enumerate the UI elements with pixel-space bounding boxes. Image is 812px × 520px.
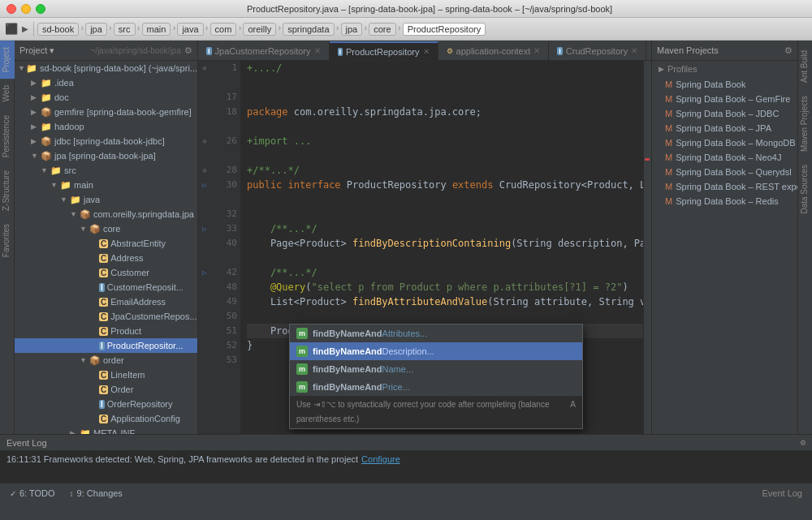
tree-item-address[interactable]: C Address [15, 251, 197, 265]
breadcrumb-arrow4: › [171, 24, 176, 33]
tab-close-crud[interactable]: ✕ [631, 46, 637, 55]
tree-item-sdbook[interactable]: ▼ 📁 sd-book [spring-data-book] (~java/sp… [15, 61, 197, 75]
tab-product-repo[interactable]: I ProductRepository ✕ [330, 41, 438, 60]
autocomplete-item-attrs[interactable]: m findByNameAndAttributes... [290, 324, 582, 342]
tab-label-appctx: application-context [456, 46, 531, 56]
tree-label: JpaCustomerRepos... [110, 312, 197, 321]
maven-profiles[interactable]: ▶ Profiles [652, 61, 797, 77]
toolbar-back-btn[interactable]: ⬛ [3, 23, 19, 35]
maven-settings-btn[interactable]: ⚙ [784, 45, 793, 56]
tree-label: com.oreilly.springdata.jpa [93, 209, 194, 219]
vtab-persistence[interactable]: Persistence [0, 109, 15, 164]
tree-item-emailaddress[interactable]: C EmailAddress [15, 294, 197, 309]
autocomplete-item-desc[interactable]: m findByNameAndDescription... [290, 342, 582, 360]
changes-label: 9: Changes [77, 488, 123, 498]
maven-item-neo4j[interactable]: M Spring Data Book – Neo4J [652, 150, 797, 165]
event-log-bottom-btn[interactable]: Event Log [755, 488, 809, 498]
tree-item-product[interactable]: C Product [15, 324, 197, 338]
tree-item-abstractentity[interactable]: C AbstractEntity [15, 236, 197, 251]
maven-label-mongodb: Spring Data Book – MongoDB [676, 138, 795, 148]
code-lines[interactable]: +..../ package com.oreilly.springdata.jp… [240, 61, 643, 434]
breadcrumb-src[interactable]: src [114, 23, 136, 36]
breadcrumb-main[interactable]: main [142, 23, 171, 36]
tree-item-jpacustomerrepo[interactable]: C JpaCustomerRepos... [15, 309, 197, 324]
vtab-maven[interactable]: Maven Projects [798, 89, 813, 158]
breadcrumb-springdata[interactable]: springdata [283, 23, 334, 36]
tab-jpa-customer-repo[interactable]: I JpaCustomerRepository ✕ [198, 41, 330, 60]
tree-item-doc[interactable]: ▶ 📁 doc [15, 90, 197, 105]
tree-item-order-package[interactable]: ▼ 📦 order [15, 353, 197, 367]
todo-icon: ✓ [10, 489, 16, 498]
fold-marker-1[interactable]: ⊕ [198, 61, 211, 75]
vtab-favorites[interactable]: Favorites [0, 217, 15, 264]
toolbar-fwd-btn[interactable]: ▶ [20, 24, 30, 33]
maven-item-redis[interactable]: M Spring Data Book – Redis [652, 194, 797, 208]
maven-item-querydsl[interactable]: M Spring Data Book – Querydsl [652, 165, 797, 179]
breadcrumb-oreilly[interactable]: oreilly [243, 23, 276, 36]
tree-item-orderrepository[interactable]: I OrderRepository [15, 397, 197, 411]
tree-item-productrepository[interactable]: I ProductRepositor... [15, 338, 197, 353]
maven-item-sdbook[interactable]: M Spring Data Book [652, 77, 797, 92]
ac-text-bold-name: findByNameAnd [313, 362, 382, 376]
sidebar-settings-btn[interactable]: ⚙ [184, 45, 192, 56]
tab-app-context[interactable]: ⚙ application-context ✕ [438, 41, 550, 60]
vtab-project[interactable]: Project [0, 41, 15, 79]
tree-item-customer[interactable]: C Customer [15, 265, 197, 280]
breadcrumb-com[interactable]: com [210, 23, 237, 36]
maven-item-mongodb[interactable]: M Spring Data Book – MongoDB [652, 135, 797, 150]
tree-item-order[interactable]: C Order [15, 382, 197, 397]
maven-item-rest[interactable]: M Spring Data Book – REST exporter [652, 179, 797, 194]
tree-label: OrderRepository [107, 399, 173, 409]
breadcrumb-productrepo[interactable]: ProductRepository [403, 23, 486, 36]
tab-close-jpacustomer[interactable]: ✕ [314, 46, 321, 55]
vtab-datasources[interactable]: Data Sources [798, 158, 813, 221]
tree-item-hadoop[interactable]: ▶ 📁 hadoop [15, 119, 197, 134]
tree-item-core[interactable]: ▼ 📦 core [15, 221, 197, 236]
maven-icon-redis: M [665, 196, 672, 206]
bottom-tab-todo[interactable]: ✓ 6: TODO [3, 485, 62, 502]
autocomplete-item-price[interactable]: m findByNameAndPrice... [290, 378, 582, 396]
maven-item-jpa[interactable]: M Spring Data Book – JPA [652, 121, 797, 135]
tree-item-lineitem[interactable]: C LineItem [15, 367, 197, 382]
tree-item-jpa[interactable]: ▼ 📦 jpa [spring-data-book-jpa] [15, 148, 197, 163]
tab-close-product[interactable]: ✕ [423, 47, 430, 56]
tree-item-appconfig[interactable]: C ApplicationConfig [15, 411, 197, 426]
tree-item-src[interactable]: ▼ 📁 src [15, 163, 197, 178]
max-button[interactable] [36, 4, 45, 14]
breadcrumb-sd-book[interactable]: sd-book [37, 23, 79, 36]
min-button[interactable] [21, 4, 31, 14]
breadcrumb-jpa2[interactable]: jpa [341, 23, 363, 36]
tree-item-metainf[interactable]: ▶ 📁 META-INF [15, 426, 197, 434]
tab-crud-repo[interactable]: I CrudRepository ✕ [549, 41, 646, 60]
tree-item-main[interactable]: ▼ 📁 main [15, 178, 197, 192]
maven-item-gemfire[interactable]: M Spring Data Book – GemFire [652, 92, 797, 106]
tree-item-idea[interactable]: ▶ 📁 .idea [15, 75, 197, 90]
maven-label-sdbook: Spring Data Book [676, 80, 745, 89]
code-line-25 [247, 119, 643, 134]
tree-item-jdbc[interactable]: ▶ 📦 jdbc [spring-data-book-jdbc] [15, 134, 197, 148]
breadcrumb-jpa[interactable]: jpa [85, 23, 107, 36]
tree-item-gemfire[interactable]: ▶ 📦 gemfire [spring-data-book-gemfire] [15, 105, 197, 119]
close-button[interactable] [6, 4, 16, 14]
event-log-settings-btn[interactable]: ⚙ [800, 437, 806, 448]
scrollbar-right[interactable] [643, 61, 651, 434]
tree-item-com-package[interactable]: ▼ 📦 com.oreilly.springdata.jpa [15, 207, 197, 221]
tree-item-customerrepository[interactable]: I CustomerReposit... [15, 280, 197, 294]
tab-close-appctx[interactable]: ✕ [533, 46, 540, 55]
vtab-web[interactable]: Web [0, 79, 15, 108]
bottom-tab-changes[interactable]: ↕ 9: Changes [63, 485, 129, 502]
maven-item-jdbc[interactable]: M Spring Data Book – JDBC [652, 106, 797, 121]
event-log-link[interactable]: Configure [361, 454, 400, 464]
tree-label: Product [110, 326, 141, 336]
code-line-49: List<Product> findByAttributeAndValue(St… [247, 294, 643, 309]
breadcrumb-java[interactable]: java [177, 23, 203, 36]
autocomplete-item-name[interactable]: m findByNameAndName... [290, 360, 582, 378]
fold-marker-26[interactable]: ⊕ [198, 134, 211, 148]
breadcrumb-core[interactable]: core [369, 23, 395, 36]
maven-content: ▶ Profiles M Spring Data Book M Spring D… [652, 61, 797, 434]
tree-item-java[interactable]: ▼ 📁 java [15, 192, 197, 207]
ac-icon-method-name: m [296, 363, 308, 375]
fold-marker-28[interactable]: ⊕ [198, 163, 211, 178]
vtab-structure[interactable]: Z-Structure [0, 164, 15, 217]
vtab-ant-build[interactable]: Ant Build [798, 44, 813, 89]
